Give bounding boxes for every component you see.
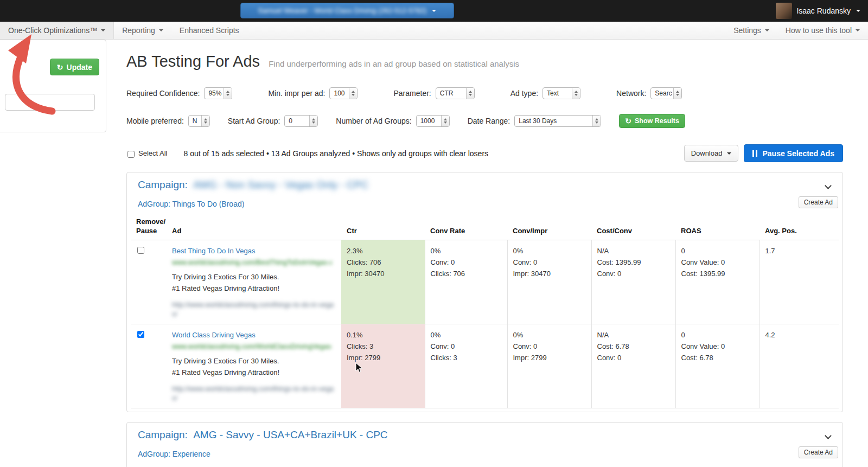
parameter-select[interactable]: CTR — [436, 87, 475, 99]
page-title: AB Testing For Ads Find underperforming … — [126, 52, 843, 73]
user-menu[interactable]: Isaac Rudansky — [776, 2, 860, 20]
main-navbar: One-Click Optimizations™ Reporting Enhan… — [0, 22, 868, 40]
col-header-ctr: Ctr — [341, 215, 425, 240]
ad-description-line: #1 Rated Vegas Driving Attraction! — [172, 283, 336, 294]
select-value: Searc — [651, 89, 673, 97]
ad-description-line: Try Driving 3 Exotics For 30 Miles. — [172, 271, 336, 283]
nav-settings[interactable]: Settings — [725, 22, 777, 39]
filter-label: Min. impr per ad: — [268, 89, 325, 98]
network-select[interactable]: Searc — [650, 87, 682, 99]
filter-label: Start Ad Group: — [228, 117, 280, 125]
stat-line: 0% — [513, 329, 586, 341]
stat-line: Clicks: 3 — [347, 341, 419, 352]
nav-label: How to use this tool — [786, 26, 852, 35]
show-results-button[interactable]: ↻ Show Results — [619, 114, 685, 128]
sidebar-input[interactable] — [5, 94, 95, 111]
num-adgroups-select[interactable]: 1000 — [416, 115, 450, 127]
download-button[interactable]: Download — [684, 145, 739, 162]
campaign-name: AMG - Non Savvy - Vegas Only - CPC — [193, 179, 368, 190]
stat-line: Cost: 6.78 — [597, 341, 670, 352]
ad-display-url: www.worldclassdriving.com/WorldClassDriv… — [172, 341, 332, 353]
avg-pos-cell: 1.7 — [760, 240, 839, 324]
chevron-down-icon — [727, 152, 731, 155]
show-results-label: Show Results — [635, 117, 679, 125]
date-range-select[interactable]: Last 30 Days — [514, 115, 601, 127]
chevron-down-icon — [101, 29, 105, 31]
filter-network: Network: Searc — [616, 87, 682, 99]
min-impr-select[interactable]: 100 — [329, 87, 358, 99]
filter-label: Mobile preferred: — [126, 117, 184, 125]
create-ad-button[interactable]: Create Ad — [799, 196, 838, 208]
start-adgroup-select[interactable]: 0 — [284, 115, 318, 127]
nav-one-click-optimizations[interactable]: One-Click Optimizations™ — [0, 22, 114, 39]
pause-ad-checkbox[interactable] — [137, 331, 144, 338]
stat-line: 0 — [681, 245, 754, 257]
stat-line: Clicks: 706 — [431, 268, 502, 279]
stat-line: Clicks: 706 — [347, 257, 419, 268]
stat-line: Conv: 0 — [513, 257, 586, 268]
required-confidence-select[interactable]: 95% — [204, 87, 232, 99]
adgroup-link[interactable]: AdGroup: Things To Do (Broad) — [127, 192, 843, 215]
roas-cell: 0 Conv Value: 0 Cost: 1395.99 — [675, 240, 760, 324]
stat-line: 0 — [681, 329, 754, 341]
nav-label: Reporting — [122, 26, 155, 35]
select-value: 95% — [205, 89, 224, 97]
nav-label: Enhanced Scripts — [180, 26, 239, 35]
nav-enhanced-scripts[interactable]: Enhanced Scripts — [171, 22, 247, 39]
ad-description-line: Try Driving 3 Exotics For 30 Miles. — [172, 355, 336, 367]
col-header-conv-rate: Conv Rate — [425, 215, 507, 240]
stat-line: 0% — [431, 245, 502, 257]
campaign-header[interactable]: Campaign: AMG - Savvy - USA+CA+Brazil+UK… — [127, 423, 843, 442]
campaign-prefix: Campaign: — [138, 179, 188, 190]
stepper-icon — [224, 88, 232, 99]
select-all-label: Select All — [138, 149, 167, 157]
ad-type-select[interactable]: Text — [542, 87, 580, 99]
chevron-down-icon — [856, 10, 860, 12]
filter-label: Required Confidence: — [126, 89, 200, 98]
campaign-prefix: Campaign: — [138, 429, 188, 440]
pause-ad-checkbox[interactable] — [137, 247, 144, 254]
conv-rate-cell: 0% Conv: 0 Clicks: 706 — [425, 240, 507, 324]
mobile-preferred-select[interactable]: N — [188, 115, 210, 127]
ad-cell: World Class Driving Vegas www.worldclass… — [167, 324, 341, 408]
stat-line: Conv Value: 0 — [681, 341, 754, 352]
stat-line: Conv: 0 — [513, 341, 586, 352]
filter-row-2: Mobile preferred: N Start Ad Group: 0 Nu… — [126, 114, 843, 128]
refresh-icon: ↻ — [57, 63, 63, 71]
selection-summary: 8 out of 15 ads selected • 13 Ad Groups … — [183, 149, 488, 158]
ad-title-link[interactable]: Best Thing To Do In Vegas — [172, 245, 255, 257]
ctr-cell: 2.3% Clicks: 706 Impr: 30470 — [341, 240, 425, 324]
stat-line: Cost: 1395.99 — [681, 268, 754, 279]
campaign-header[interactable]: Campaign: AMG - Non Savvy - Vegas Only -… — [127, 172, 843, 192]
account-selector-button[interactable]: Samuel Weaver - World Class Driving (262… — [240, 3, 454, 18]
select-all-checkbox[interactable] — [127, 151, 135, 158]
filter-row-1: Required Confidence: 95% Min. impr per a… — [126, 87, 843, 99]
select-value: Last 30 Days — [515, 117, 592, 125]
select-value: 1000 — [417, 117, 441, 125]
ad-title-link[interactable]: World Class Driving Vegas — [172, 329, 256, 341]
top-account-bar: Samuel Weaver - World Class Driving (262… — [0, 0, 868, 22]
ad-final-url: http://www.worldclassdriving.com/things-… — [172, 385, 335, 403]
nav-reporting[interactable]: Reporting — [114, 22, 171, 39]
refresh-icon: ↻ — [625, 117, 631, 125]
ad-row: Best Thing To Do In Vegas www.worldclass… — [131, 240, 839, 324]
adgroup-link[interactable]: AdGroup: Experience — [127, 442, 843, 465]
select-value: 100 — [330, 89, 349, 97]
sidebar-panel: ↻ Update — [0, 40, 106, 132]
right-actions: Download Pause Selected Ads — [684, 144, 843, 162]
col-header-roas: ROAS — [675, 215, 760, 240]
select-value: N — [189, 117, 201, 125]
selection-row: Select All 8 out of 15 ads selected • 13… — [126, 144, 843, 162]
stepper-icon — [441, 116, 449, 126]
stepper-icon — [572, 88, 580, 99]
stepper-icon — [592, 116, 601, 126]
user-name: Isaac Rudansky — [796, 7, 851, 15]
create-ad-button[interactable]: Create Ad — [799, 446, 838, 458]
nav-how-to-use[interactable]: How to use this tool — [777, 22, 868, 39]
remove-pause-cell — [131, 240, 167, 324]
filter-number-ad-groups: Number of Ad Groups: 1000 — [336, 115, 449, 127]
update-button[interactable]: ↻ Update — [50, 59, 99, 75]
campaign-panel: Campaign: AMG - Savvy - USA+CA+Brazil+UK… — [126, 422, 843, 467]
chevron-down-icon — [765, 29, 769, 31]
pause-selected-ads-button[interactable]: Pause Selected Ads — [744, 144, 843, 162]
